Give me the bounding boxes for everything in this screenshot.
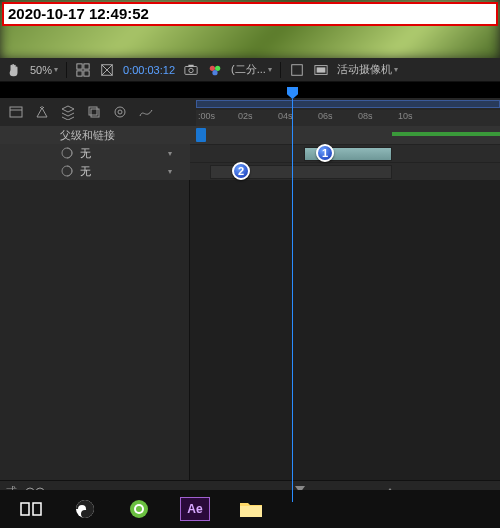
app-after-effects-icon[interactable]: Ae (180, 497, 210, 521)
copy-icon[interactable] (86, 104, 102, 120)
timeline-ruler[interactable]: :00s02s04s06s08s10s (190, 98, 500, 126)
chevron-down-icon: ▾ (394, 65, 398, 74)
svg-point-17 (115, 107, 125, 117)
svg-rect-23 (21, 503, 29, 515)
svg-rect-15 (89, 107, 97, 115)
grid-icon[interactable] (75, 62, 91, 78)
svg-rect-11 (292, 64, 303, 75)
camera-value: 活动摄像机 (337, 62, 392, 77)
timecode-display[interactable]: 0:00:03:12 (123, 64, 175, 76)
svg-rect-13 (317, 67, 326, 72)
preview-toolbar: 50%▾ 0:00:03:12 (二分...▾ 活动摄像机▾ (0, 58, 500, 82)
parent-dropdown[interactable]: 无 ▾ (80, 146, 190, 161)
svg-rect-14 (10, 107, 22, 117)
annotation-callout: 2 (232, 162, 250, 180)
svg-rect-24 (33, 503, 41, 515)
svg-point-28 (136, 506, 142, 512)
region-icon[interactable] (313, 62, 329, 78)
ruler-tick: 08s (358, 111, 373, 121)
timeline-body-left (0, 180, 190, 480)
graph-icon[interactable] (138, 104, 154, 120)
layer-track[interactable]: 2 (190, 162, 500, 180)
parent-link-header: 父级和链接 (0, 126, 190, 144)
work-area-bar[interactable] (196, 100, 500, 108)
app-explorer-icon[interactable] (238, 496, 264, 522)
svg-point-18 (118, 110, 122, 114)
timeline-body-right[interactable] (190, 180, 500, 480)
ruler-tick: 10s (398, 111, 413, 121)
svg-rect-5 (185, 66, 197, 74)
zoom-dropdown[interactable]: 50%▾ (30, 64, 58, 76)
annotation-callout: 1 (316, 144, 334, 162)
ruler-ticks: :00s02s04s06s08s10s (196, 110, 500, 126)
chevron-down-icon: ▾ (54, 65, 58, 74)
resolution-value: (二分... (231, 62, 266, 77)
panel-divider (0, 82, 500, 98)
layer-left-cell: 无 ▾ (0, 162, 190, 180)
after-effects-window: 50%▾ 0:00:03:12 (二分...▾ 活动摄像机▾ (0, 58, 500, 528)
camera-dropdown[interactable]: 活动摄像机▾ (337, 62, 398, 77)
timeline-body (0, 180, 500, 480)
svg-point-10 (212, 70, 217, 75)
app-fan-icon[interactable] (72, 496, 98, 522)
svg-rect-7 (188, 64, 193, 66)
playhead-line[interactable] (292, 180, 293, 480)
link-icon[interactable] (112, 104, 128, 120)
svg-rect-29 (240, 506, 262, 517)
snapshot-icon[interactable] (183, 62, 199, 78)
svg-rect-2 (77, 70, 82, 75)
layers-stack-icon[interactable] (60, 104, 76, 120)
layer-row[interactable]: 无 ▾ 1 (0, 144, 500, 162)
layer-track[interactable]: 1 (190, 144, 500, 162)
work-area-start-marker[interactable] (196, 128, 206, 142)
svg-point-8 (210, 65, 215, 70)
svg-rect-16 (91, 109, 99, 117)
add-icon[interactable] (34, 104, 50, 120)
app-browser-icon[interactable] (126, 496, 152, 522)
svg-rect-0 (77, 63, 82, 68)
chevron-down-icon: ▾ (168, 167, 172, 176)
svg-point-6 (189, 68, 193, 72)
svg-rect-1 (84, 63, 89, 68)
parent-dropdown[interactable]: 无 ▾ (80, 164, 190, 179)
render-indicator (392, 132, 500, 136)
channel-icon[interactable] (207, 62, 223, 78)
parent-dropdown-value: 无 (80, 146, 91, 161)
layer-row[interactable]: 无 ▾ 2 (0, 162, 500, 180)
transparency-grid-icon[interactable] (289, 62, 305, 78)
ruler-tick: 02s (238, 111, 253, 121)
task-view-icon[interactable] (18, 496, 44, 522)
timeline-tool-icons (0, 104, 190, 120)
layer-left-cell: 无 ▾ (0, 144, 190, 162)
zoom-value: 50% (30, 64, 52, 76)
windows-taskbar: Ae (0, 490, 500, 528)
resolution-dropdown[interactable]: (二分...▾ (231, 62, 272, 77)
pickwhip-icon[interactable] (60, 146, 74, 160)
mask-icon[interactable] (99, 62, 115, 78)
parent-dropdown-value: 无 (80, 164, 91, 179)
chevron-down-icon: ▾ (268, 65, 272, 74)
render-queue-icon[interactable] (8, 104, 24, 120)
columns-header-row: 父级和链接 (0, 126, 500, 144)
svg-point-9 (215, 65, 220, 70)
header-track-area (190, 126, 500, 144)
svg-rect-3 (84, 70, 89, 75)
timestamp-overlay: 2020-10-17 12:49:52 (2, 2, 498, 26)
chevron-down-icon: ▾ (168, 149, 172, 158)
ruler-tick: 06s (318, 111, 333, 121)
hand-tool-icon[interactable] (6, 62, 22, 78)
timeline-toolbar: :00s02s04s06s08s10s (0, 98, 500, 126)
ruler-tick: :00s (198, 111, 215, 121)
ruler-tick: 04s (278, 111, 293, 121)
pickwhip-icon[interactable] (60, 164, 74, 178)
